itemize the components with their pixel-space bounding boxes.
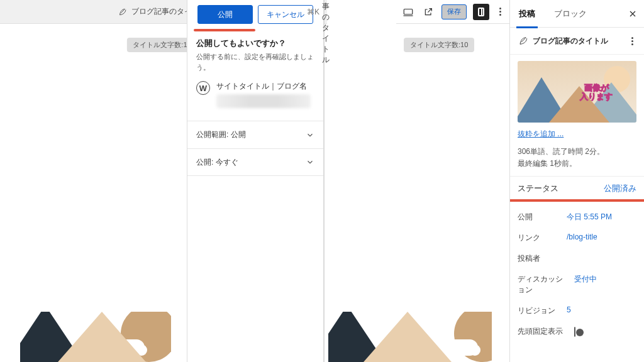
chevron-down-icon [306, 158, 314, 167]
publish-hint: 公開する前に、設定を再確認しましょう。 [196, 52, 314, 72]
shortcut-label: ⌘K [307, 8, 319, 16]
sidebar-toggle-button[interactable] [473, 4, 489, 20]
featured-image-thumb[interactable]: 画像が 入ります [518, 61, 636, 123]
revision-value[interactable]: 5 [555, 305, 636, 316]
link-label: リンク [518, 233, 555, 243]
sidebar-tabs: 投稿 ブロック [510, 0, 644, 28]
discussion-value[interactable]: 受付中 [563, 274, 636, 295]
add-excerpt-link[interactable]: 抜粋を追加 ... [510, 123, 644, 140]
wordpress-icon: W [196, 81, 210, 95]
last-edit: 最終編集 1秒前。 [518, 159, 577, 168]
feather-icon [118, 8, 126, 16]
prepublish-panel: 公開 キャンセル 公開してもよいですか？ 公開する前に、設定を再確認しましょう。… [187, 0, 324, 362]
title-char-count: タイトル文字数:10 [404, 38, 474, 52]
sticky-label: 先頭固定表示 [518, 326, 563, 337]
highlight-bar [510, 199, 644, 202]
site-title: サイトタイトル｜ブログ名 [216, 81, 311, 92]
left-editor-pane: ブログ記事のタイトル ⌘K タイトル文字数:10 公開 キャンセル 公開してもよ… [0, 0, 325, 362]
device-preview-icon[interactable] [401, 5, 415, 19]
highlight-bar [194, 29, 255, 31]
tab-block[interactable]: ブロック [552, 8, 589, 19]
sidebar-header: ブログ記事のタイトル [510, 28, 644, 55]
more-menu-icon[interactable] [496, 5, 504, 19]
decorative-art [20, 312, 171, 362]
link-value[interactable]: /blog-title [555, 233, 636, 243]
close-icon[interactable] [628, 9, 638, 19]
feather-icon [518, 36, 528, 46]
schedule-row[interactable]: 公開: 今すぐ [187, 148, 323, 176]
editor-toolbar: 保存 [396, 0, 509, 24]
save-button[interactable]: 保存 [441, 4, 467, 19]
svg-rect-0 [404, 9, 413, 14]
page-title: ブログ記事のタイトル [322, 0, 336, 65]
tab-post[interactable]: 投稿 [516, 8, 538, 28]
status-label: ステータス [518, 183, 558, 194]
discussion-label: ディスカッション [518, 274, 563, 295]
visibility-row[interactable]: 公開範囲: 公開 [187, 121, 323, 148]
author-label: 投稿者 [518, 253, 555, 264]
schedule-label: 公開: 今すぐ [196, 157, 238, 168]
post-more-icon[interactable] [628, 34, 636, 48]
external-link-icon[interactable] [421, 5, 435, 19]
site-url-blurred [216, 94, 311, 108]
publish-label: 公開 [518, 212, 555, 222]
settings-sidebar: 投稿 ブロック ブログ記事のタイトル 画像が 入ります 抜粋を追加 ... 30… [509, 0, 644, 362]
sidebar-post-title: ブログ記事のタイトル [533, 36, 623, 47]
right-editor-pane: ブログ記事のタイトル ⌘K タイトル文字数:10 保存 [325, 0, 644, 362]
right-topbar: ブログ記事のタイトル ⌘K [325, 0, 327, 24]
decorative-art [328, 312, 492, 362]
cancel-button[interactable]: キャンセル [258, 5, 313, 24]
thumb-caption: 画像が 入ります [580, 84, 613, 102]
visibility-label: 公開範囲: 公開 [196, 129, 246, 140]
word-count: 306単語、読了時間 2分。 [518, 147, 604, 156]
publish-question: 公開してもよいですか？ [196, 38, 314, 49]
chevron-down-icon [306, 131, 314, 140]
publish-value[interactable]: 今日 5:55 PM [555, 212, 636, 222]
post-meta: 306単語、読了時間 2分。 最終編集 1秒前。 [510, 140, 644, 177]
sticky-toggle[interactable] [574, 327, 575, 337]
revision-label: リビジョン [518, 305, 555, 316]
author-value[interactable] [555, 253, 636, 264]
publish-button[interactable]: 公開 [197, 5, 253, 24]
status-value[interactable]: 公開済み [604, 183, 636, 194]
